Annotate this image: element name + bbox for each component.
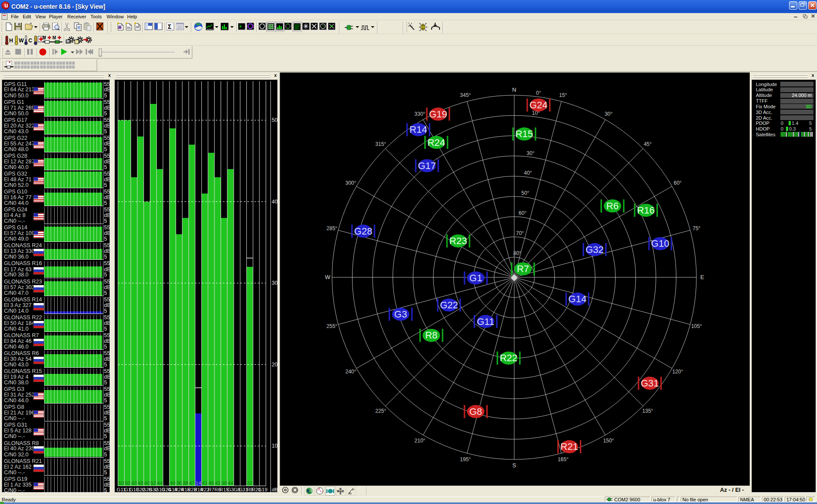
svg-text:60°: 60°: [519, 210, 526, 216]
svg-text:M: M: [52, 35, 56, 40]
svg-text:40: 40: [272, 199, 277, 205]
svg-text:38: 38: [183, 480, 188, 486]
svg-text:300°: 300°: [345, 180, 356, 186]
svg-text:195°: 195°: [460, 456, 471, 463]
svg-text:01: 01: [127, 26, 131, 29]
svg-text:R21: R21: [561, 441, 578, 452]
svg-text:R22: R22: [500, 352, 517, 363]
svg-text:N: N: [339, 487, 342, 490]
svg-text:43: 43: [215, 480, 221, 486]
svg-text:20: 20: [272, 362, 277, 368]
svg-text:G14: G14: [568, 293, 587, 304]
svg-text:330°: 330°: [415, 111, 426, 117]
svg-text:0°: 0°: [536, 90, 541, 96]
svg-text:R7: R7: [517, 263, 529, 274]
svg-text:255°: 255°: [326, 323, 337, 329]
svg-text:G10: G10: [651, 238, 669, 249]
svg-text:285°: 285°: [326, 225, 337, 231]
svg-text:G19: G19: [258, 487, 267, 492]
svg-text:G32: G32: [585, 244, 604, 255]
svg-text:R23: R23: [450, 235, 467, 246]
svg-text:120°: 120°: [672, 369, 683, 375]
svg-text:10: 10: [272, 443, 277, 449]
svg-text:45°: 45°: [644, 141, 651, 147]
svg-text:80: 80: [349, 492, 352, 495]
svg-text:S: S: [512, 462, 516, 469]
svg-text:G17: G17: [418, 160, 436, 171]
svg-text:W: W: [325, 274, 331, 280]
svg-text:41: 41: [202, 480, 208, 486]
svg-text:75°: 75°: [692, 225, 700, 231]
svg-text:G3: G3: [227, 487, 234, 492]
svg-text:50: 50: [125, 480, 131, 486]
svg-text:225°: 225°: [375, 408, 386, 414]
svg-text:G31: G31: [641, 378, 659, 389]
svg-text:47: 47: [189, 480, 195, 486]
svg-text:C: C: [28, 38, 32, 44]
svg-text:H: H: [9, 38, 13, 44]
svg-text:G1: G1: [469, 273, 482, 283]
svg-text:60°: 60°: [674, 180, 682, 186]
svg-text:32: 32: [247, 480, 253, 486]
svg-text:30: 30: [272, 280, 277, 286]
svg-text:240°: 240°: [345, 369, 356, 375]
svg-text:44: 44: [157, 480, 163, 486]
svg-text:15°: 15°: [559, 92, 567, 98]
svg-text:Σ: Σ: [168, 23, 171, 30]
svg-text:R15: R15: [516, 128, 533, 139]
svg-text:G22: G22: [440, 300, 458, 311]
svg-text:345°: 345°: [460, 92, 471, 98]
svg-text:G19: G19: [429, 109, 447, 120]
svg-text:38: 38: [222, 480, 227, 486]
svg-text:36: 36: [176, 480, 182, 486]
svg-text:50°: 50°: [521, 190, 529, 196]
svg-text:30°: 30°: [605, 111, 613, 117]
svg-text:dB: dB: [272, 487, 277, 492]
svg-text:70°: 70°: [516, 230, 524, 236]
svg-text:44: 44: [228, 480, 233, 486]
svg-text:G11: G11: [477, 316, 494, 327]
svg-text:210°: 210°: [415, 438, 426, 444]
svg-text:E: E: [342, 490, 344, 493]
svg-text:150°: 150°: [603, 438, 614, 444]
svg-text:G8: G8: [469, 406, 482, 417]
svg-text:R16: R16: [637, 205, 654, 216]
svg-text:0°: 0°: [352, 488, 355, 491]
svg-text:G24: G24: [530, 100, 548, 110]
svg-text:43: 43: [131, 480, 137, 486]
svg-text:R6: R6: [606, 200, 619, 211]
svg-text:R14: R14: [409, 124, 427, 135]
svg-text:50: 50: [272, 117, 277, 123]
svg-text:30°: 30°: [526, 150, 534, 156]
svg-text:165°: 165°: [557, 456, 568, 463]
svg-text:40°: 40°: [524, 170, 532, 176]
svg-text:R8: R8: [425, 330, 437, 341]
svg-text:E: E: [700, 274, 704, 280]
svg-text:49: 49: [170, 480, 176, 486]
svg-text:135°: 135°: [642, 408, 653, 414]
svg-text:G3: G3: [394, 309, 407, 320]
svg-text:N: N: [512, 86, 516, 93]
svg-text:105°: 105°: [691, 323, 702, 329]
svg-text:52: 52: [151, 480, 156, 486]
svg-text:R7: R7: [208, 487, 215, 492]
svg-text:315°: 315°: [375, 141, 386, 147]
svg-text:M: M: [42, 35, 46, 40]
svg-text:50: 50: [118, 480, 124, 486]
svg-text:40: 40: [144, 480, 150, 486]
svg-text:14: 14: [196, 480, 201, 486]
svg-text:46: 46: [208, 480, 214, 486]
svg-text:G28: G28: [354, 226, 373, 237]
svg-text:80°: 80°: [513, 250, 521, 256]
svg-text:R24: R24: [427, 137, 445, 148]
svg-text:48: 48: [138, 480, 143, 486]
